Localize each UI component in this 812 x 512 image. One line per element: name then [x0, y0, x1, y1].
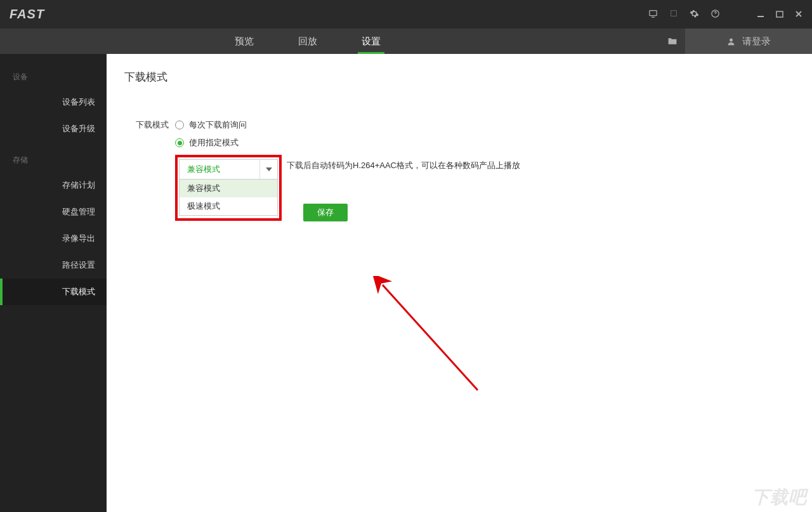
dropdown-list: 兼容模式 极速模式: [179, 180, 278, 216]
help-icon[interactable]: [710, 9, 720, 20]
tab-playback[interactable]: 回放: [298, 29, 317, 54]
logo: FAST: [10, 7, 44, 22]
tab-preview[interactable]: 预览: [235, 29, 254, 54]
sidebar-item-disk-manage[interactable]: 硬盘管理: [0, 199, 107, 225]
form-label: 下载模式: [124, 119, 169, 131]
mode-hint: 下载后自动转码为H.264+AAC格式，可以在各种数码产品上播放: [287, 155, 520, 171]
minimize-button[interactable]: [757, 10, 764, 20]
svg-line-6: [383, 285, 478, 390]
main-content: 下载模式 下载模式 每次下载前询问 使用指定模式 兼容模式: [107, 54, 812, 512]
radio-group: 每次下载前询问 使用指定模式 兼容模式: [175, 119, 520, 221]
dropdown-selected: 兼容模式: [180, 164, 259, 175]
page-title: 下载模式: [124, 70, 794, 84]
annotation-arrow: [373, 276, 500, 403]
svg-rect-4: [776, 11, 783, 17]
radio-ask-each-time[interactable]: 每次下载前询问: [175, 119, 520, 131]
user-icon: [726, 37, 736, 46]
maximize-button[interactable]: [776, 10, 783, 20]
radio-icon-checked: [175, 138, 184, 147]
menu-bar: 预览 回放 设置 请登录: [0, 29, 812, 54]
sidebar-item-export[interactable]: 录像导出: [0, 225, 107, 252]
sidebar-item-path[interactable]: 路径设置: [0, 252, 107, 279]
sidebar-item-device-upgrade[interactable]: 设备升级: [0, 115, 107, 142]
close-button[interactable]: [795, 10, 802, 20]
login-label: 请登录: [742, 36, 771, 48]
sidebar-group-storage: 存储: [0, 148, 107, 172]
save-button[interactable]: 保存: [303, 204, 348, 221]
form-download-mode: 下载模式 每次下载前询问 使用指定模式 兼容模式: [124, 119, 794, 221]
gear-icon[interactable]: [690, 9, 699, 20]
svg-rect-0: [650, 10, 657, 15]
svg-rect-3: [757, 16, 764, 17]
svg-rect-1: [671, 11, 677, 16]
sidebar-item-storage-plan[interactable]: 存储计划: [0, 172, 107, 199]
sidebar-group-device: 设备: [0, 65, 107, 89]
menu-tabs: 预览 回放 设置: [235, 29, 381, 54]
sidebar: 设备 设备列表 设备升级 存储 存储计划 硬盘管理 录像导出 路径设置 下载模式: [0, 54, 107, 512]
chip-icon[interactable]: [669, 9, 678, 20]
annotation-red-box: 兼容模式 兼容模式 极速模式: [175, 155, 282, 221]
title-bar: FAST: [0, 0, 812, 29]
tab-settings[interactable]: 设置: [362, 29, 381, 54]
chevron-down-icon: [259, 160, 277, 179]
dropdown-option-compat[interactable]: 兼容模式: [180, 180, 277, 197]
svg-point-5: [730, 38, 733, 41]
monitor-icon[interactable]: [648, 9, 658, 20]
title-icons: [648, 9, 802, 20]
sidebar-item-download-mode[interactable]: 下载模式: [0, 279, 107, 305]
sidebar-item-device-list[interactable]: 设备列表: [0, 89, 107, 115]
body-wrap: 设备 设备列表 设备升级 存储 存储计划 硬盘管理 录像导出 路径设置 下载模式…: [0, 54, 812, 512]
radio-label: 使用指定模式: [189, 137, 239, 148]
radio-icon: [175, 121, 184, 129]
folder-button[interactable]: [660, 29, 685, 54]
mode-dropdown[interactable]: 兼容模式: [179, 159, 278, 180]
login-button[interactable]: 请登录: [685, 29, 812, 54]
watermark: 下载吧: [752, 485, 807, 509]
radio-label: 每次下载前询问: [189, 119, 247, 131]
radio-use-specified[interactable]: 使用指定模式: [175, 137, 520, 148]
dropdown-option-fast[interactable]: 极速模式: [180, 197, 277, 215]
